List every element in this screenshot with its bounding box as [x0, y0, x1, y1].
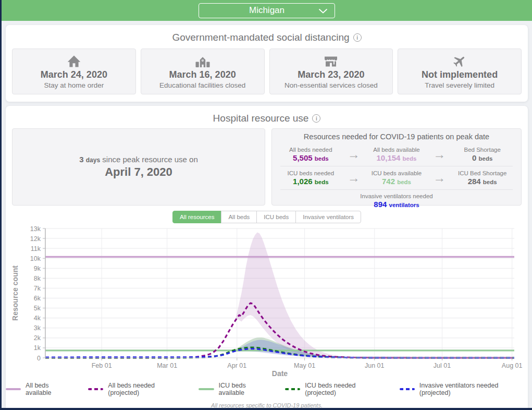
cell-label: ICU beds needed: [279, 170, 342, 176]
svg-text:12k: 12k: [30, 235, 41, 243]
arrow-right-icon: →: [342, 148, 365, 161]
social-distancing-title-text: Government-mandated social distancing: [172, 32, 349, 43]
tab-invasive-ventilators[interactable]: Invasive ventilators: [295, 211, 361, 223]
hospital-resource-title: Hospital resource use i: [6, 106, 528, 124]
table-row: ICU beds needed 1,026 beds → ICU beds av…: [279, 167, 514, 189]
measure-date: March 23, 2020: [298, 69, 364, 80]
tab-icu-beds[interactable]: ICU beds: [256, 211, 296, 223]
svg-text:Aug 01: Aug 01: [502, 362, 523, 369]
social-distancing-title: Government-mandated social distancing i: [6, 25, 528, 43]
arrow-right-icon: →: [428, 148, 451, 161]
measures-row: March 24, 2020 Stay at home order: [6, 43, 528, 102]
peak-days-count: 3: [79, 155, 83, 164]
cell-value: 742 beds: [365, 177, 428, 186]
school-icon: [194, 54, 211, 68]
info-icon[interactable]: i: [312, 114, 320, 123]
svg-text:13k: 13k: [30, 225, 41, 233]
svg-text:Feb 01: Feb 01: [92, 362, 112, 369]
hospital-resource-section: Hospital resource use i 3 days since pea…: [6, 106, 528, 408]
svg-text:Mar 01: Mar 01: [157, 362, 177, 369]
legend-item[interactable]: ICU beds needed (projected): [285, 382, 386, 396]
table-row: Invasive ventilators needed 894 ventilat…: [279, 190, 514, 211]
peak-date-tile: 3 days since peak resource use on April …: [12, 128, 265, 206]
cell-value: 0 beds: [451, 153, 514, 162]
cell-label: ICU beds available: [365, 170, 428, 176]
svg-text:11k: 11k: [31, 245, 41, 252]
region-header: Michigan: [2, 0, 532, 21]
peak-text: 3 days since peak resource use on: [79, 155, 198, 164]
chart-footnotes: All resources specific to COVID-19 patie…: [6, 401, 528, 408]
table-row: All beds needed 5,505 beds → All beds av…: [279, 143, 514, 165]
measure-stay-at-home: March 24, 2020 Stay at home order: [12, 49, 136, 94]
measure-date: March 24, 2020: [41, 69, 107, 80]
arrow-right-icon: →: [342, 172, 365, 184]
cell-label: All beds available: [365, 147, 428, 153]
resource-tabs: All resources All beds ICU beds Invasive…: [6, 211, 528, 223]
icu-bed-shortage-cell: ICU Bed Shortage 284 beds: [451, 170, 514, 186]
svg-text:1k: 1k: [34, 344, 41, 352]
legend-swatch-dashed: [285, 388, 300, 390]
resource-chart-svg[interactable]: 01k2k3k4k5k6k7k8k9k10k11k12k13kFeb 01Mar…: [6, 224, 527, 379]
footnote: All resources specific to COVID-19 patie…: [6, 401, 528, 408]
svg-text:Apr 01: Apr 01: [227, 362, 246, 369]
main-content: Government-mandated social distancing i …: [2, 21, 532, 408]
tab-all-beds[interactable]: All beds: [221, 211, 257, 223]
legend-item[interactable]: ICU beds available: [199, 382, 271, 396]
svg-text:Resource count: Resource count: [11, 266, 19, 321]
svg-text:May 01: May 01: [294, 362, 315, 369]
legend-swatch-solid: [6, 388, 21, 390]
measure-label: Educational facilities closed: [159, 81, 245, 89]
cell-label: Invasive ventilators needed: [279, 193, 514, 199]
svg-text:0: 0: [37, 355, 41, 362]
store-icon: [323, 54, 339, 68]
cell-value: 894 ventilators: [279, 200, 514, 209]
divider: [280, 166, 513, 166]
legend-label: ICU beds available: [219, 382, 272, 396]
svg-text:Jun 01: Jun 01: [365, 362, 385, 369]
legend-item[interactable]: Invasive ventilators needed (projected): [400, 382, 528, 396]
legend-label: All beds available: [26, 382, 75, 396]
legend-item[interactable]: All beds available: [6, 382, 75, 396]
arrow-right-icon: →: [428, 172, 451, 184]
divider: [280, 189, 513, 190]
legend-swatch-dashed: [400, 388, 415, 390]
all-beds-available-cell: All beds available 10,154 beds: [365, 147, 428, 162]
measure-travel-limited: Not implemented Travel severely limited: [398, 49, 522, 94]
svg-text:9k: 9k: [34, 265, 41, 272]
cell-label: ICU Bed Shortage: [451, 170, 514, 176]
cell-value: 5,505 beds: [279, 153, 342, 162]
cell-value: 284 beds: [451, 177, 514, 186]
legend-label: All beds needed (projected): [108, 382, 185, 396]
resource-summary-row: 3 days since peak resource use on April …: [6, 124, 528, 206]
svg-text:Jul 01: Jul 01: [434, 362, 451, 369]
home-icon: [66, 54, 82, 68]
svg-text:5k: 5k: [34, 305, 41, 312]
chart-legend: All beds available All beds needed (proj…: [6, 382, 528, 396]
info-icon[interactable]: i: [353, 33, 362, 42]
measure-label: Travel severely limited: [425, 81, 494, 89]
cell-label: Bed Shortage: [451, 147, 514, 153]
svg-text:4k: 4k: [34, 315, 41, 322]
resources-needed-tile: Resources needed for COVID-19 patients o…: [271, 128, 522, 206]
tab-all-resources[interactable]: All resources: [172, 211, 221, 223]
legend-item[interactable]: All beds needed (projected): [88, 382, 185, 396]
peak-suffix: since peak resource use on: [102, 155, 197, 164]
measure-label: Non-essential services closed: [284, 81, 378, 89]
legend-label: ICU beds needed (projected): [305, 382, 386, 396]
legend-swatch-dashed: [88, 388, 103, 390]
svg-text:6k: 6k: [34, 295, 41, 302]
region-selector-label: Michigan: [249, 5, 284, 16]
resources-needed-title: Resources needed for COVID-19 patients o…: [279, 132, 514, 141]
peak-date: April 7, 2020: [105, 165, 172, 179]
svg-text:2k: 2k: [34, 334, 41, 342]
resource-chart[interactable]: 01k2k3k4k5k6k7k8k9k10k11k12k13kFeb 01Mar…: [6, 224, 527, 381]
region-selector[interactable]: Michigan: [199, 3, 335, 18]
icu-beds-needed-cell: ICU beds needed 1,026 beds: [279, 170, 342, 186]
hospital-resource-title-text: Hospital resource use: [213, 113, 309, 124]
icu-beds-available-cell: ICU beds available 742 beds: [365, 170, 428, 186]
plane-icon: [452, 54, 467, 68]
svg-text:7k: 7k: [34, 285, 41, 292]
svg-text:10k: 10k: [30, 255, 41, 262]
chevron-down-icon: [319, 9, 327, 14]
peak-days-unit: days: [86, 156, 100, 164]
